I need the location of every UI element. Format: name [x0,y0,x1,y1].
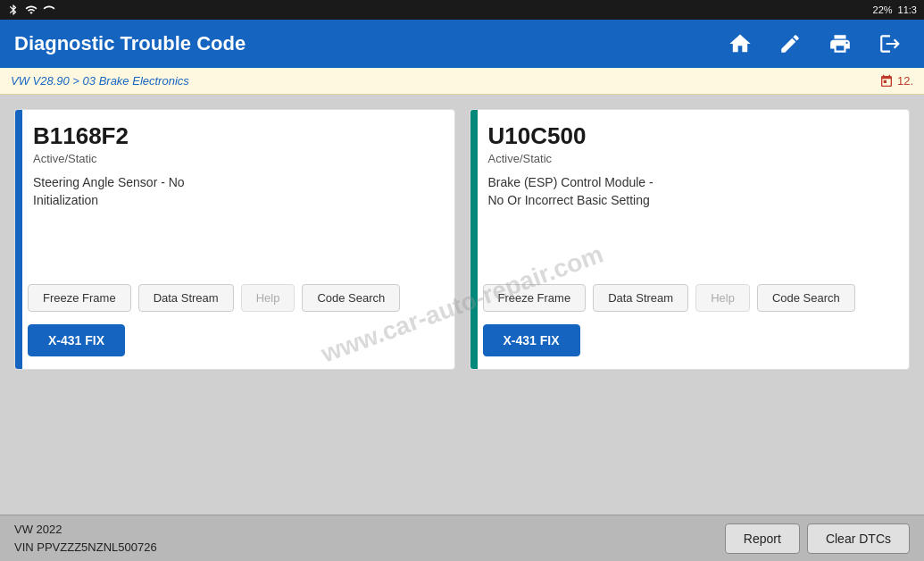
signal-icon [43,4,55,16]
home-icon [728,31,753,56]
exit-button[interactable] [870,24,910,63]
battery-percent: 22% [873,4,893,15]
wifi-icon [25,4,37,16]
clock: 11:3 [898,4,917,15]
card2-actions: Freeze Frame Data Stream Help Code Searc… [470,275,910,324]
status-bar-left [7,4,55,16]
card2-code-search-button[interactable]: Code Search [757,284,855,312]
footer-make: VW 2022 [14,521,725,539]
footer-actions: Report Clear DTCs [725,523,910,554]
footer: VW 2022 VIN PPVZZZ5NZNL500726 Report Cle… [0,515,924,561]
card2-accent [470,110,478,369]
calendar-icon [879,74,894,88]
card1-data-stream-button[interactable]: Data Stream [138,284,234,312]
bluetooth-icon [7,4,20,16]
report-button[interactable]: Report [725,523,800,554]
card1-body: B1168F2 Active/Static Steering Angle Sen… [15,110,454,275]
dtc-card-1: B1168F2 Active/Static Steering Angle Sen… [14,109,455,370]
card1-fix-button[interactable]: X-431 FIX [28,324,125,356]
dtc-code-2: U10C500 [488,122,897,150]
dtc-card-2: U10C500 Active/Static Brake (ESP) Contro… [470,109,911,370]
header: Diagnostic Trouble Code [0,20,924,68]
card2-fix-button[interactable]: X-431 FIX [483,324,580,356]
card1-code-search-button[interactable]: Code Search [302,284,400,312]
card2-body: U10C500 Active/Static Brake (ESP) Contro… [470,110,910,275]
card2-freeze-frame-button[interactable]: Freeze Frame [483,284,587,312]
status-bar-right: 22% 11:3 [873,4,917,15]
dtc-status-1: Active/Static [33,152,442,165]
breadcrumb: VW V28.90 > 03 Brake Electronics [11,74,189,88]
header-icons [720,24,910,63]
clear-dtcs-button[interactable]: Clear DTCs [807,523,910,554]
main-content: www.car-auto-repair.com B1168F2 Active/S… [0,95,924,515]
card2-fix: X-431 FIX [470,324,910,369]
card2-data-stream-button[interactable]: Data Stream [593,284,688,312]
dtc-description-2: Brake (ESP) Control Module -No Or Incorr… [488,174,897,209]
card1-actions: Freeze Frame Data Stream Help Code Searc… [15,275,454,324]
footer-vin: VIN PPVZZZ5NZNL500726 [14,539,725,557]
print-button[interactable] [820,24,860,63]
footer-info: VW 2022 VIN PPVZZZ5NZNL500726 [14,521,725,556]
card1-fix: X-431 FIX [15,324,454,369]
home-button[interactable] [720,24,760,63]
breadcrumb-bar: VW V28.90 > 03 Brake Electronics 12. [0,68,924,95]
card1-accent [15,110,22,369]
card1-freeze-frame-button[interactable]: Freeze Frame [28,284,131,312]
exit-icon [878,32,902,55]
card1-help-button[interactable]: Help [241,284,296,312]
header-title: Diagnostic Trouble Code [14,32,720,55]
card2-help-button[interactable]: Help [695,284,750,312]
breadcrumb-date: 12. [897,74,913,88]
print-icon [828,32,852,55]
edit-icon [778,32,802,55]
breadcrumb-right: 12. [879,74,913,88]
dtc-code-1: B1168F2 [33,122,442,150]
dtc-status-2: Active/Static [488,152,897,165]
dtc-description-1: Steering Angle Sensor - NoInitialization [33,174,442,209]
status-bar: 22% 11:3 [0,0,924,20]
edit-button[interactable] [770,24,810,63]
